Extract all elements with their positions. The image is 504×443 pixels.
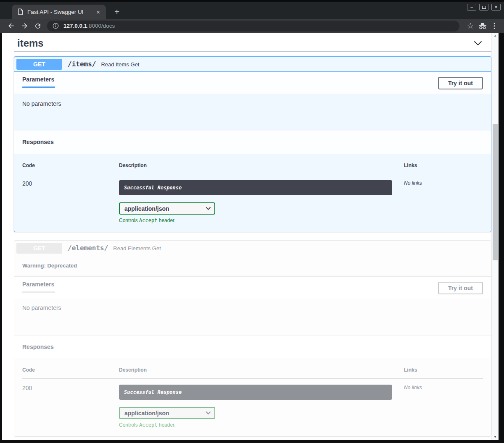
code-column-header: Code: [22, 367, 119, 373]
response-description-box: Successful Response: [119, 180, 392, 195]
accept-note-code: Accept: [139, 218, 157, 223]
section-collapse-chevron-icon[interactable]: [473, 39, 483, 47]
url-text: 127.0.0.1:8000/docs: [63, 23, 115, 29]
opblock-summary[interactable]: GET /items/ Read Items Get: [14, 57, 491, 72]
media-type-select-wrap: application/json: [119, 407, 215, 419]
parameters-header-row: Parameters Try it out: [14, 72, 491, 94]
responses-title: Responses: [22, 139, 54, 145]
tag-section-title: items: [17, 38, 44, 49]
accept-header-note: Controls Accept header.: [119, 422, 392, 428]
incognito-icon: [476, 23, 489, 29]
response-description-cell: Successful Response application/json Con…: [119, 180, 404, 223]
code-column-header: Code: [22, 163, 119, 168]
responses-header: Responses: [14, 335, 491, 358]
response-links-cell: No links: [404, 180, 483, 223]
response-description-cell: Successful Response application/json Con…: [119, 385, 404, 428]
tag-section-header[interactable]: items: [14, 33, 491, 51]
window-maximize-button[interactable]: [479, 4, 488, 10]
scrollbar-thumb[interactable]: [493, 124, 498, 260]
scroll-up-arrow-icon[interactable]: ▲: [492, 34, 499, 37]
reload-button[interactable]: [32, 21, 43, 31]
window-minimize-button[interactable]: −: [467, 4, 476, 10]
back-button[interactable]: [5, 21, 16, 31]
tab-title: Fast API - Swagger UI: [27, 9, 92, 15]
accept-note-prefix: Controls: [119, 422, 139, 428]
tab-strip: Fast API - Swagger UI × + − ×: [0, 2, 504, 19]
response-row-200: 200 Successful Response application/json…: [22, 379, 483, 428]
responses-body: Code Description Links 200 Successful Re…: [14, 154, 491, 232]
try-it-out-button[interactable]: Try it out: [438, 282, 483, 294]
url-host: 127.0.0.1: [63, 23, 87, 29]
tag-section-header-wrap: items: [14, 33, 491, 52]
response-code: 200: [22, 385, 119, 428]
window-close-button[interactable]: ×: [491, 4, 501, 10]
site-info-icon[interactable]: [53, 23, 59, 29]
maximize-icon: [482, 6, 486, 9]
response-code: 200: [22, 180, 119, 223]
tab-parameters: Parameters: [22, 76, 55, 88]
media-type-select[interactable]: application/json: [119, 407, 215, 419]
response-description-box: Successful Response: [119, 385, 392, 400]
parameters-header-row: Parameters Try it out: [14, 276, 491, 298]
description-column-header: Description: [119, 367, 404, 373]
accept-note-prefix: Controls: [119, 218, 139, 223]
active-tab-underline: [22, 87, 55, 88]
responses-header: Responses: [14, 131, 491, 154]
endpoint-path: /items/: [68, 60, 96, 68]
bookmark-star-icon[interactable]: ☆: [464, 21, 476, 31]
page-scrollbar[interactable]: ▲ ▼: [491, 33, 499, 440]
links-column-header: Links: [404, 163, 483, 168]
no-parameters-text: No parameters: [22, 304, 61, 311]
spacer: [14, 52, 491, 56]
scroll-down-arrow-icon[interactable]: ▼: [492, 435, 499, 439]
endpoint-summary: Read Items Get: [101, 60, 139, 68]
page-favicon-icon: [18, 8, 23, 15]
try-it-out-button[interactable]: Try it out: [438, 77, 483, 89]
tab-close-icon[interactable]: ×: [95, 8, 102, 16]
browser-menu-icon[interactable]: ⋮: [489, 21, 500, 30]
page-content: items GET /items/ Read Items Get Paramet…: [2, 33, 499, 440]
response-links-cell: No links: [404, 385, 483, 428]
responses-table-head: Code Description Links: [22, 163, 483, 174]
links-column-header: Links: [404, 367, 483, 373]
toolbar-right: ☆ ⋮: [464, 21, 500, 31]
accept-note-suffix: header.: [157, 218, 175, 223]
response-row-200: 200 Successful Response application/json…: [22, 174, 483, 223]
accept-note-code: Accept: [139, 422, 157, 428]
deprecated-warning: Warning: Deprecated: [14, 256, 491, 276]
accept-header-note: Controls Accept header.: [119, 218, 392, 223]
window-controls: − ×: [467, 4, 501, 10]
browser-toolbar: 127.0.0.1:8000/docs ☆ ⋮: [0, 19, 504, 33]
opblock-get-items: GET /items/ Read Items Get Parameters Tr…: [14, 56, 491, 232]
url-path: :8000/docs: [87, 23, 115, 29]
browser-chrome: Fast API - Swagger UI × + − × 127.0.0.1:…: [0, 0, 504, 33]
parameters-title: Parameters: [22, 76, 55, 83]
accept-note-suffix: header.: [157, 422, 175, 428]
opblock-summary[interactable]: GET /elements/ Read Elements Get: [14, 241, 491, 256]
forward-button[interactable]: [19, 21, 30, 31]
browser-tab[interactable]: Fast API - Swagger UI ×: [12, 5, 106, 19]
description-column-header: Description: [119, 163, 404, 168]
swagger-docs-page: items GET /items/ Read Items Get Paramet…: [2, 33, 499, 440]
responses-title: Responses: [22, 343, 54, 350]
parameters-title: Parameters: [22, 281, 55, 288]
parameters-body: No parameters: [14, 298, 491, 335]
new-tab-button[interactable]: +: [112, 7, 122, 17]
responses-body: Code Description Links 200 Successful Re…: [14, 358, 491, 436]
media-type-select-wrap: application/json: [119, 202, 215, 215]
opblock-get-elements-deprecated: GET /elements/ Read Elements Get Warning…: [14, 240, 491, 437]
endpoint-summary: Read Elements Get: [113, 244, 161, 252]
responses-table-head: Code Description Links: [22, 367, 483, 379]
no-parameters-text: No parameters: [22, 100, 61, 107]
address-bar[interactable]: 127.0.0.1:8000/docs: [47, 21, 459, 31]
tab-parameters: Parameters: [22, 281, 55, 293]
parameters-body: No parameters: [14, 94, 491, 131]
http-method-badge: GET: [16, 59, 62, 70]
http-method-badge: GET: [16, 243, 62, 254]
active-tab-underline: [22, 291, 55, 293]
media-type-select[interactable]: application/json: [119, 202, 215, 215]
endpoint-path: /elements/: [68, 244, 108, 252]
